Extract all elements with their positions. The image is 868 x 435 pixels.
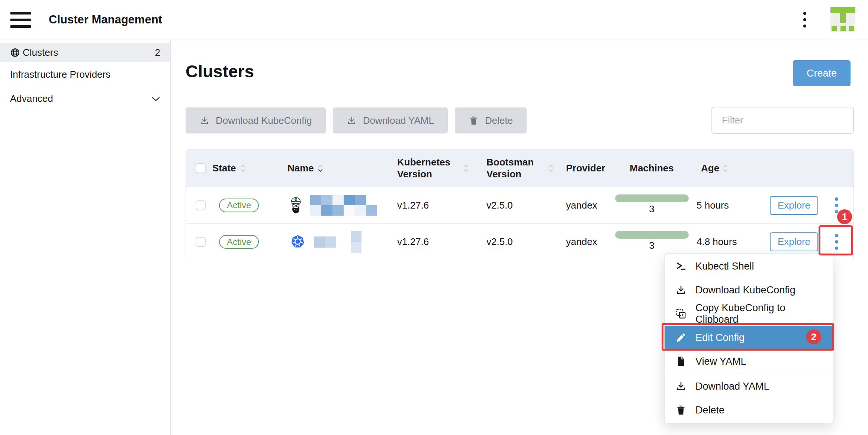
sort-icon[interactable] — [240, 164, 246, 172]
hamburger-menu-icon[interactable] — [10, 12, 31, 28]
download-icon — [675, 381, 687, 392]
explore-button[interactable]: Explore — [770, 232, 818, 251]
globe-icon — [10, 48, 20, 58]
machines-bar — [615, 194, 689, 202]
bulk-actions-toolbar: Download KubeConfig Download YAML Delete — [186, 107, 527, 133]
sidebar-item-advanced[interactable]: Advanced — [0, 87, 170, 110]
kubernetes-version: v1.27.6 — [394, 236, 482, 248]
redacted-cluster-name — [314, 231, 361, 253]
select-all-checkbox[interactable] — [196, 163, 206, 173]
menu-item-edit-config[interactable]: Edit Config — [665, 326, 833, 349]
menu-divider — [665, 374, 833, 374]
row-checkbox[interactable] — [196, 237, 206, 247]
sidebar-item-label: Clusters — [23, 47, 58, 58]
provider: yandex — [563, 236, 610, 248]
menu-item-download-kubeconfig[interactable]: Download KubeConfig — [665, 278, 833, 302]
column-header-kubernetes-version[interactable]: Kubernetes Version — [394, 157, 482, 180]
sort-icon[interactable] — [548, 164, 554, 172]
status-badge: Active — [219, 199, 259, 212]
pencil-icon — [675, 332, 687, 343]
redacted-cluster-name — [310, 195, 377, 216]
column-header-machines: Machines — [610, 162, 694, 174]
column-header-bootsman-version[interactable]: Bootsman Version — [482, 157, 563, 180]
row-kebab-icon[interactable] — [828, 231, 845, 254]
table-header-row: State Name Kubernetes Version — [186, 150, 853, 187]
age: 5 hours — [694, 200, 768, 211]
column-header-provider: Provider — [563, 162, 610, 174]
sidebar-item-label: Infrastructure Providers — [10, 69, 110, 80]
column-header-name[interactable]: Name — [284, 162, 394, 174]
bootsman-version: v2.5.0 — [482, 200, 563, 211]
sidebar: Clusters 2 Infrastructure Providers Adva… — [0, 40, 171, 435]
download-icon — [199, 116, 209, 126]
row-actions-menu: Kubectl Shell Download KubeConfig Copy K… — [664, 253, 833, 423]
age: 4.8 hours — [694, 236, 768, 248]
copy-icon — [675, 308, 687, 319]
provider: yandex — [563, 200, 610, 211]
kubernetes-logo-avatar — [290, 234, 306, 249]
explore-button[interactable]: Explore — [770, 196, 818, 215]
filter-input[interactable] — [711, 107, 854, 134]
trash-icon — [675, 405, 687, 416]
bootsman-version: v2.5.0 — [482, 236, 563, 248]
sidebar-item-infrastructure-providers[interactable]: Infrastructure Providers — [0, 63, 170, 86]
machines-count: 3 — [649, 203, 654, 215]
menu-item-copy-kubeconfig[interactable]: Copy KubeConfig to Clipboard — [665, 302, 833, 326]
row-checkbox[interactable] — [196, 200, 206, 210]
menu-item-view-yaml[interactable]: View YAML — [665, 349, 833, 373]
download-kubeconfig-button[interactable]: Download KubeConfig — [186, 107, 326, 133]
clusters-count-badge: 2 — [155, 47, 160, 58]
captain-avatar — [290, 197, 302, 214]
chevron-down-icon — [151, 93, 160, 104]
column-header-age[interactable]: Age — [694, 162, 768, 174]
cluster-management-screen: Cluster Management Clusters 2 Infrastruc… — [0, 0, 868, 435]
clusters-table: State Name Kubernetes Version — [186, 149, 854, 260]
status-badge: Active — [219, 235, 259, 249]
menu-item-kubectl-shell[interactable]: Kubectl Shell — [665, 254, 833, 278]
download-icon — [347, 116, 357, 126]
sort-icon[interactable] — [463, 164, 469, 172]
download-yaml-button[interactable]: Download YAML — [333, 107, 448, 133]
topbar: Cluster Management — [0, 0, 868, 39]
column-header-state[interactable]: State — [210, 162, 284, 174]
delete-button[interactable]: Delete — [455, 107, 527, 133]
machines-gauge: 3 — [610, 231, 694, 251]
kubernetes-version: v1.27.6 — [394, 200, 482, 211]
sort-icon[interactable] — [723, 164, 728, 172]
terminal-icon — [675, 261, 687, 272]
download-icon — [675, 284, 687, 296]
table-row: Active v1.27 — [186, 187, 853, 223]
row-kebab-icon[interactable] — [828, 194, 845, 217]
app-title: Cluster Management — [49, 13, 162, 26]
machines-bar — [615, 231, 689, 239]
machines-gauge: 3 — [610, 194, 694, 215]
sidebar-item-label: Advanced — [10, 93, 53, 104]
sidebar-item-clusters[interactable]: Clusters 2 — [0, 43, 170, 62]
menu-item-delete[interactable]: Delete — [665, 398, 833, 422]
page-title: Clusters — [186, 61, 254, 81]
machines-count: 3 — [649, 240, 654, 251]
create-button[interactable]: Create — [793, 60, 851, 86]
file-icon — [675, 356, 687, 367]
trash-icon — [469, 116, 479, 126]
topbar-kebab-icon[interactable] — [798, 11, 811, 29]
menu-item-download-yaml[interactable]: Download YAML — [665, 374, 833, 398]
sort-icon[interactable] — [318, 164, 323, 172]
brand-logo — [830, 7, 855, 32]
